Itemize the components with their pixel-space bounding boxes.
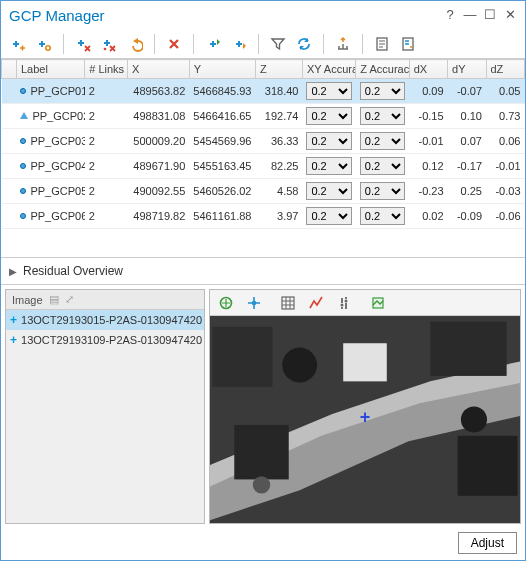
filter-button[interactable] (267, 33, 289, 55)
table-row[interactable]: PP_GCP042489671.905455163.4582.250.20.20… (2, 154, 525, 179)
col-header[interactable]: Z (255, 60, 302, 79)
cell-za-accuracy: 0.2 (356, 129, 409, 154)
cell-za-accuracy: 0.2 (356, 179, 409, 204)
cell-xy-accuracy: 0.2 (302, 104, 355, 129)
image-list-item[interactable]: +13OCT29193109-P2AS-0130947420 (6, 330, 204, 350)
cell-dz: 0.06 (486, 129, 525, 154)
za-accuracy-select[interactable]: 0.2 (360, 157, 405, 175)
cell-links: 2 (85, 179, 128, 204)
cell-z: 3.97 (255, 204, 302, 229)
col-header[interactable] (2, 60, 17, 79)
cell-dy: -0.09 (448, 204, 486, 229)
import-button[interactable] (202, 33, 224, 55)
export-button[interactable] (228, 33, 250, 55)
add-tie-button[interactable] (33, 33, 55, 55)
col-header[interactable]: XY Accuracy (302, 60, 355, 79)
add-gcp-button[interactable] (7, 33, 29, 55)
delete-all-button[interactable] (98, 33, 120, 55)
cell-dz: 0.05 (486, 79, 525, 104)
delete-x-button[interactable] (163, 33, 185, 55)
main-toolbar (1, 29, 525, 59)
cell-dy: 0.07 (448, 129, 486, 154)
expand-icon[interactable]: + (10, 333, 17, 347)
col-header[interactable]: Y (189, 60, 255, 79)
measure-button[interactable] (332, 33, 354, 55)
expand-icon[interactable]: + (10, 313, 17, 327)
cell-label: PP_GCP02 (16, 104, 84, 129)
row-selector[interactable] (2, 104, 17, 129)
image-expand-icon[interactable]: ⤢ (65, 293, 74, 306)
refresh-button[interactable] (293, 33, 315, 55)
row-selector[interactable] (2, 204, 17, 229)
xy-accuracy-select[interactable]: 0.2 (306, 132, 351, 150)
table-row[interactable]: PP_GCP062498719.825461161.883.970.20.20.… (2, 204, 525, 229)
image-list-item[interactable]: +13OCT29193015-P2AS-0130947420 (6, 310, 204, 330)
cell-z: 192.74 (255, 104, 302, 129)
cell-dx: -0.15 (409, 104, 447, 129)
cell-dy: -0.17 (448, 154, 486, 179)
cell-dz: -0.01 (486, 154, 525, 179)
col-header[interactable]: dY (448, 60, 486, 79)
cell-xy-accuracy: 0.2 (302, 154, 355, 179)
zoom-full-tool[interactable] (215, 292, 237, 314)
row-selector[interactable] (2, 179, 17, 204)
za-accuracy-select[interactable]: 0.2 (360, 132, 405, 150)
za-accuracy-select[interactable]: 0.2 (360, 82, 405, 100)
table-row[interactable]: PP_GCP052490092.555460526.024.580.20.2-0… (2, 179, 525, 204)
cell-dz: 0.73 (486, 104, 525, 129)
cell-links: 2 (85, 204, 128, 229)
xy-accuracy-select[interactable]: 0.2 (306, 107, 351, 125)
cell-dz: -0.03 (486, 179, 525, 204)
cell-links: 2 (85, 104, 128, 129)
cell-x: 498719.82 (127, 204, 189, 229)
window-title: GCP Manager (9, 7, 437, 24)
maximize-button[interactable]: ☐ (483, 8, 497, 22)
za-accuracy-select[interactable]: 0.2 (360, 107, 405, 125)
table-row[interactable]: PP_GCP032500009.205454569.9636.330.20.2-… (2, 129, 525, 154)
row-selector[interactable] (2, 154, 17, 179)
cell-xy-accuracy: 0.2 (302, 179, 355, 204)
za-accuracy-select[interactable]: 0.2 (360, 182, 405, 200)
row-selector[interactable] (2, 129, 17, 154)
cell-dx: 0.09 (409, 79, 447, 104)
image-sort-icon[interactable]: ▤ (49, 293, 59, 306)
col-header[interactable]: dZ (486, 60, 525, 79)
image-viewport[interactable]: + (210, 316, 520, 523)
table-row[interactable]: PP_GCP012489563.825466845.93318.400.20.2… (2, 79, 525, 104)
col-header[interactable]: Label (16, 60, 84, 79)
svg-rect-18 (343, 343, 387, 381)
cell-links: 2 (85, 154, 128, 179)
cell-dx: 0.02 (409, 204, 447, 229)
cell-z: 82.25 (255, 154, 302, 179)
cell-dx: -0.01 (409, 129, 447, 154)
xy-accuracy-select[interactable]: 0.2 (306, 82, 351, 100)
xy-accuracy-select[interactable]: 0.2 (306, 157, 351, 175)
svg-point-1 (104, 47, 107, 50)
report-button[interactable] (371, 33, 393, 55)
xy-accuracy-select[interactable]: 0.2 (306, 207, 351, 225)
col-header[interactable]: # Links (85, 60, 128, 79)
adjust-button[interactable]: Adjust (458, 532, 517, 554)
za-accuracy-select[interactable]: 0.2 (360, 207, 405, 225)
grid-tool[interactable] (277, 292, 299, 314)
col-header[interactable]: X (127, 60, 189, 79)
cell-z: 4.58 (255, 179, 302, 204)
xy-accuracy-select[interactable]: 0.2 (306, 182, 351, 200)
delete-selected-button[interactable] (72, 33, 94, 55)
row-selector[interactable] (2, 79, 17, 104)
profile-tool[interactable] (305, 292, 327, 314)
link-tool[interactable] (333, 292, 355, 314)
residual-overview-toggle[interactable]: ▶ Residual Overview (1, 257, 525, 285)
cell-za-accuracy: 0.2 (356, 79, 409, 104)
col-header[interactable]: Z Accuracy (356, 60, 409, 79)
table-row[interactable]: PP_GCP022498831.085466416.65192.740.20.2… (2, 104, 525, 129)
minimize-button[interactable]: — (463, 8, 477, 22)
help-button[interactable]: ? (443, 8, 457, 22)
close-button[interactable]: ✕ (503, 8, 517, 22)
pan-tool[interactable] (243, 292, 265, 314)
settings-button[interactable] (397, 33, 419, 55)
cell-dz: -0.06 (486, 204, 525, 229)
layers-tool[interactable] (367, 292, 389, 314)
undo-button[interactable] (124, 33, 146, 55)
col-header[interactable]: dX (409, 60, 447, 79)
